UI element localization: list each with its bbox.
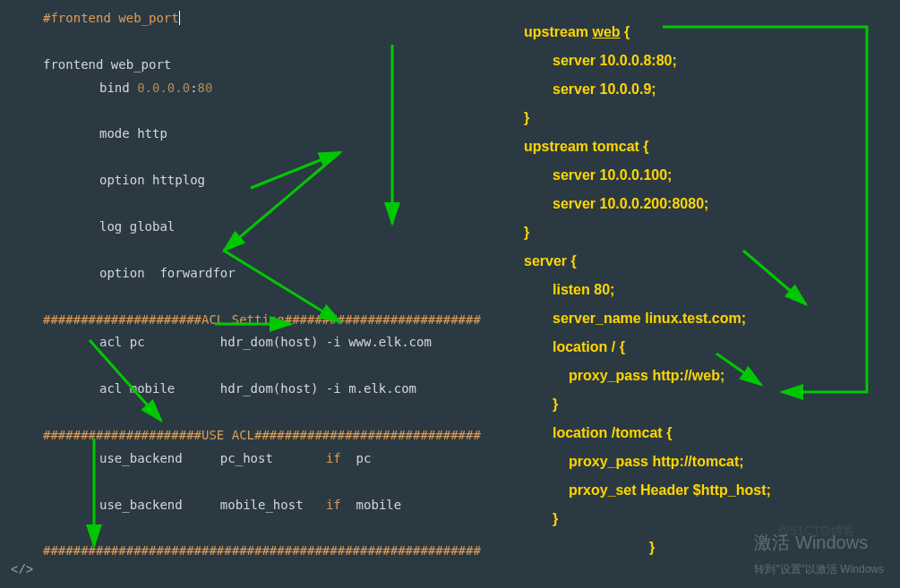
server-block: server { xyxy=(524,247,891,276)
use-backend-mobile: use_backend mobile_host xyxy=(99,498,326,512)
use-acl-heading: #####################USE ACL############… xyxy=(43,428,481,442)
nginx-config-pane: upstream web { server 10.0.0.8:80; serve… xyxy=(524,18,891,562)
watermark-title: 激活 Windows xyxy=(754,526,884,559)
frontend-decl: frontend web_port xyxy=(43,57,171,72)
proxy-set-header: prxoy_set Header $http_host; xyxy=(524,476,891,505)
option-forwardfor: option forwardfor xyxy=(43,262,524,285)
haproxy-config-pane: #frontend web_port frontend web_port bin… xyxy=(0,0,524,588)
upstream-tomcat-server1: server 10.0.0.100; xyxy=(524,161,891,190)
watermark-sub: 转到"设置"以激活 Windows xyxy=(754,559,884,579)
use-backend-pc: use_backend pc_host xyxy=(99,451,326,465)
upstream-web-name: web xyxy=(592,24,620,39)
location-root: location / { xyxy=(524,333,891,362)
close-brace: } xyxy=(524,218,891,247)
upstream-tomcat: upstream tomcat { xyxy=(524,132,891,161)
acl-mobile: acl mobile hdr_dom(host) -i m.elk.com xyxy=(43,378,524,401)
close-brace: } xyxy=(524,390,891,419)
server-name: server_name linux.test.com; xyxy=(524,304,891,333)
windows-activation-watermark: 激活 Windows 转到"设置"以激活 Windows xyxy=(754,526,884,579)
proxy-pass-tomcat: proxy_pass http://tomcat; xyxy=(524,447,891,476)
close-brace: } xyxy=(524,104,891,132)
acl-heading: #####################ACL Setting########… xyxy=(43,312,481,327)
upstream-tomcat-server2: server 10.0.0.200:8080; xyxy=(524,190,891,218)
proxy-pass-web: proxy_pass http://web; xyxy=(524,362,891,390)
bind-port: 80 xyxy=(198,81,213,95)
upstream-web-server2: server 10.0.0.9; xyxy=(524,75,891,104)
location-tomcat: location /tomcat { xyxy=(524,419,891,447)
bind-ip: 0.0.0.0 xyxy=(137,81,190,95)
code-icon: </> xyxy=(11,559,33,583)
upstream-web-kw: upstream xyxy=(524,24,592,39)
mode-line: mode http xyxy=(43,123,524,146)
upstream-web-server1: server 10.0.0.8:80; xyxy=(524,47,891,75)
option-httplog: option httplog xyxy=(43,169,524,192)
comment-line: #frontend web_port xyxy=(43,11,180,25)
acl-pc: acl pc hdr_dom(host) -i www.elk.com xyxy=(43,331,524,354)
listen-80: listen 80; xyxy=(524,276,891,304)
divider-hash: ########################################… xyxy=(43,543,481,558)
bind-kw: bind xyxy=(99,81,137,95)
log-global: log global xyxy=(43,216,524,239)
code-block: #frontend web_port frontend web_port bin… xyxy=(43,7,524,588)
